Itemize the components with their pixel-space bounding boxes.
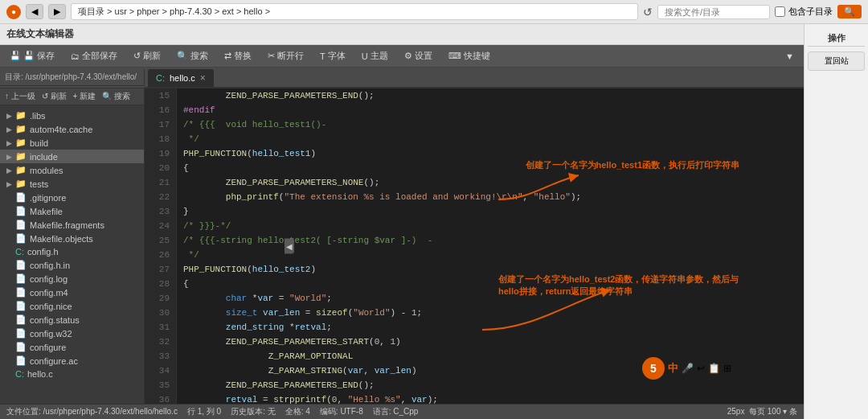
tree-item-configure[interactable]: ▶ 📄 configure bbox=[0, 340, 144, 354]
file-tree: ↑ 上一级 ↺ 刷新 + 新建 🔍 搜索 ▶ 📁 .libs ▶ 📁 autom… bbox=[0, 88, 145, 404]
file-icon: 📄 bbox=[15, 328, 27, 339]
code-line: /* }}}-*/ bbox=[183, 219, 797, 233]
status-lang: 语言: C_Cpp bbox=[373, 406, 419, 417]
top-search-button[interactable]: 🔍 bbox=[837, 5, 862, 18]
tab-hello-c[interactable]: C: hello.c × bbox=[148, 69, 214, 87]
tree-item-modules[interactable]: ▶ 📁 modules bbox=[0, 163, 144, 177]
main-layout: 在线文本编辑器 💾 💾 保存 🗂 全部保存 ↺ 刷新 🔍 搜索 ⇄ 替换 bbox=[0, 24, 868, 419]
breadcrumb[interactable]: 项目录 > usr > phper > php-7.4.30 > ext > h… bbox=[71, 3, 638, 20]
wrap-button[interactable]: ✂ 断开行 bbox=[264, 48, 307, 64]
file-tree-toolbar: ↑ 上一级 ↺ 刷新 + 新建 🔍 搜索 bbox=[0, 88, 144, 105]
code-line: PHP_FUNCTION(hello_test2) bbox=[183, 262, 797, 277]
wrap-icon: ✂ bbox=[268, 51, 275, 61]
tree-item-config-nice[interactable]: ▶ 📄 config.nice bbox=[0, 299, 144, 313]
tree-item-makefile-objects[interactable]: ▶ 📄 Makefile.objects bbox=[0, 232, 144, 245]
return-site-button[interactable]: 置回站 bbox=[808, 51, 865, 71]
code-line: { bbox=[183, 161, 797, 175]
toolbar: 💾 💾 保存 🗂 全部保存 ↺ 刷新 🔍 搜索 ⇄ 替换 ✂ 断开行 bbox=[0, 45, 804, 68]
watermark-mic-icon: 🎤 bbox=[682, 363, 694, 374]
top-nav-bar: ● ◀ ▶ 项目录 > usr > phper > php-7.4.30 > e… bbox=[0, 0, 868, 24]
tree-item-config-h-in[interactable]: ▶ 📄 config.h.in bbox=[0, 258, 144, 272]
folder-arrow-icon: ▶ bbox=[6, 125, 12, 134]
font-button[interactable]: T 字体 bbox=[317, 48, 349, 64]
code-line: php_printf("The extension %s is loaded a… bbox=[183, 190, 797, 204]
folder-arrow-icon: ▶ bbox=[6, 139, 12, 147]
file-icon: 📄 bbox=[15, 355, 27, 366]
tree-new-button[interactable]: + 新建 bbox=[73, 91, 96, 102]
tree-item-autom4te[interactable]: ▶ 📁 autom4te.cache bbox=[0, 122, 144, 136]
tree-item-libs[interactable]: ▶ 📁 .libs bbox=[0, 109, 144, 122]
folder-icon: 📁 bbox=[15, 110, 27, 121]
code-line: } bbox=[183, 204, 797, 219]
refresh-icon: ↺ bbox=[133, 51, 141, 61]
file-icon: 📄 bbox=[15, 233, 27, 244]
folder-arrow-icon: ▶ bbox=[6, 166, 12, 175]
replace-icon: ⇄ bbox=[224, 51, 231, 61]
replace-button[interactable]: ⇄ 替换 bbox=[221, 48, 255, 64]
shortcuts-button[interactable]: ⌨ 快捷键 bbox=[445, 48, 493, 64]
keyboard-icon: ⌨ bbox=[448, 51, 461, 61]
c-file-icon: C: bbox=[15, 369, 24, 379]
tree-up-button[interactable]: ↑ 上一级 bbox=[5, 91, 35, 102]
collapse-toolbar-button[interactable]: ▼ bbox=[782, 50, 797, 63]
status-file-path: 文件位置: /usr/phper/php-7.4.30/ext/hello/he… bbox=[6, 406, 178, 417]
status-row-col: 行 1, 列 0 bbox=[187, 406, 221, 417]
refresh-editor-button[interactable]: ↺ 刷新 bbox=[130, 48, 164, 64]
nav-forward-button[interactable]: ▶ bbox=[48, 4, 66, 19]
watermark-icon4: ⊞ bbox=[723, 363, 731, 374]
save-all-button[interactable]: 🗂 全部保存 bbox=[68, 48, 121, 64]
tree-item-config-log[interactable]: ▶ 📄 config.log bbox=[0, 272, 144, 285]
tree-search-button[interactable]: 🔍 搜索 bbox=[102, 91, 130, 102]
tree-item-config-h[interactable]: ▶ C: config.h bbox=[0, 245, 144, 258]
tree-item-build[interactable]: ▶ 📁 build bbox=[0, 136, 144, 150]
nav-back-button[interactable]: ◀ bbox=[26, 4, 43, 19]
tree-item-config-status[interactable]: ▶ 📄 config.status bbox=[0, 313, 144, 327]
file-icon: 📄 bbox=[15, 260, 27, 270]
code-line: zend_string *retval; bbox=[183, 320, 797, 335]
code-line: PHP_FUNCTION(hello_test1) bbox=[183, 146, 797, 161]
search-option: 包含子目录 bbox=[775, 6, 833, 18]
watermark-icon3: 📋 bbox=[708, 363, 720, 374]
folder-icon: 📁 bbox=[15, 165, 27, 175]
folder-icon: 📁 bbox=[15, 124, 27, 134]
file-tabs: C: hello.c × bbox=[145, 68, 804, 88]
include-subdir-label: 包含子目录 bbox=[788, 6, 833, 18]
status-zoom: 25px 每页 100 ▾ 条 bbox=[727, 406, 797, 417]
code-line: size_t var_len = sizeof("World") - 1; bbox=[183, 306, 797, 320]
file-icon: 📄 bbox=[15, 301, 27, 311]
include-subdir-checkbox[interactable] bbox=[775, 6, 785, 17]
tree-item-tests[interactable]: ▶ 📁 tests bbox=[0, 177, 144, 191]
tree-refresh-button[interactable]: ↺ 刷新 bbox=[42, 91, 67, 102]
editor-with-sidebar: ↑ 上一级 ↺ 刷新 + 新建 🔍 搜索 ▶ 📁 .libs ▶ 📁 autom… bbox=[0, 88, 804, 404]
sidebar-toggle-button[interactable]: ◀ bbox=[285, 239, 294, 254]
tree-item-config-w32[interactable]: ▶ 📄 config.w32 bbox=[0, 327, 144, 340]
tree-item-include[interactable]: ▶ 📁 include bbox=[0, 150, 144, 163]
tree-item-makefile[interactable]: ▶ 📄 Makefile bbox=[0, 204, 144, 218]
code-line: /* {{{-string hello_test2( [-string $var… bbox=[183, 233, 797, 248]
tree-item-hello-c[interactable]: ▶ C: hello.c bbox=[0, 368, 144, 380]
search-editor-button[interactable]: 🔍 搜索 bbox=[174, 48, 211, 64]
status-history: 历史版本: 无 bbox=[231, 406, 276, 417]
tree-item-configure-ac[interactable]: ▶ 📄 configure.ac bbox=[0, 354, 144, 368]
code-line: */ bbox=[183, 248, 797, 262]
settings-button[interactable]: ⚙ 设置 bbox=[401, 48, 436, 64]
gear-icon: ⚙ bbox=[404, 51, 412, 61]
file-icon: 📄 bbox=[15, 220, 27, 230]
file-icon: 📄 bbox=[15, 342, 27, 352]
folder-arrow-icon: ▶ bbox=[6, 112, 12, 120]
code-line: ZEND_PARSE_PARAMETERS_NONE(); bbox=[183, 175, 797, 190]
tree-item-gitignore[interactable]: ▶ 📄 .gitignore bbox=[0, 191, 144, 204]
watermark-text: 中 bbox=[668, 361, 678, 376]
code-line: retval = strpprintf(0, "Hello %s", var); bbox=[183, 392, 797, 404]
status-encoding: 编码: UTF-8 bbox=[320, 406, 363, 417]
search-input[interactable] bbox=[657, 5, 770, 19]
code-line: ZEND_PARSE_PARAMETERS_END(); bbox=[183, 88, 797, 103]
folder-icon: 📁 bbox=[15, 138, 27, 148]
save-button[interactable]: 💾 💾 保存 bbox=[6, 48, 58, 64]
tree-item-makefile-fragments[interactable]: ▶ 📄 Makefile.fragments bbox=[0, 218, 144, 232]
watermark-circle: 5 bbox=[642, 357, 665, 380]
close-tab-button[interactable]: × bbox=[200, 72, 206, 84]
refresh-button[interactable]: ↺ bbox=[643, 6, 653, 18]
tree-item-config-m4[interactable]: ▶ 📄 config.m4 bbox=[0, 285, 144, 299]
theme-button[interactable]: U 主题 bbox=[358, 48, 391, 64]
